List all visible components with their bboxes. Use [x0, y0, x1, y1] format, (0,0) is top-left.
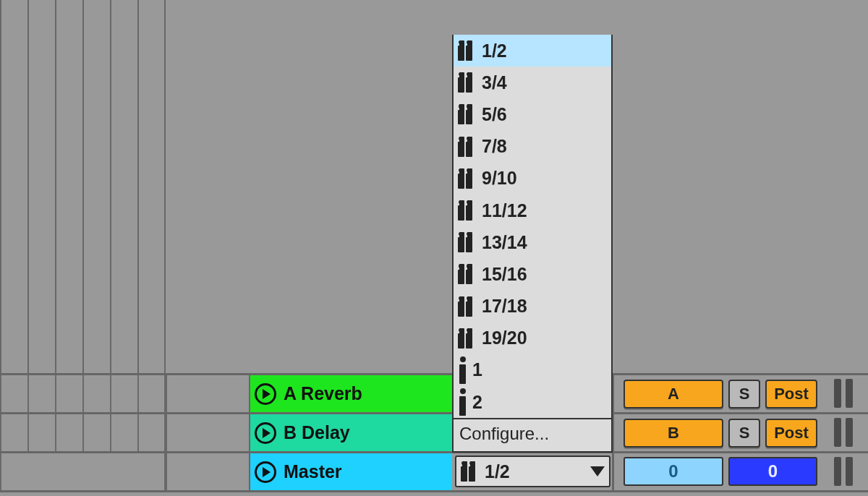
app-root: { "grid": { "position_display": "1/1", "…: [0, 0, 868, 496]
stereo-icon: [459, 137, 475, 157]
output-option-7-8[interactable]: 7/8: [454, 131, 611, 163]
position-cell: [166, 453, 250, 490]
play-icon: [255, 383, 276, 405]
master-track[interactable]: Master: [250, 453, 452, 490]
track-label: A Reverb: [284, 383, 362, 404]
track-label: Master: [284, 461, 342, 482]
option-label: 13/14: [482, 232, 527, 253]
output-dropdown-menu: 1/2 3/4 5/6 7/8 9/10 11/12 13/14 15/16: [452, 35, 613, 453]
output-option-mono-2[interactable]: 2: [454, 386, 611, 418]
option-label: 1: [472, 359, 482, 380]
stereo-icon: [462, 461, 478, 482]
output-option-13-14[interactable]: 13/14: [454, 226, 611, 258]
option-label: 11/12: [482, 200, 527, 221]
level-meter-b: [823, 416, 863, 448]
solo-label: S: [739, 424, 750, 442]
track-label: B Delay: [284, 422, 350, 443]
output-option-19-20[interactable]: 19/20: [454, 322, 611, 354]
stereo-icon: [459, 232, 475, 252]
option-label: 1/2: [482, 40, 507, 61]
output-option-15-16[interactable]: 15/16: [454, 258, 611, 290]
level-meter-a: [823, 377, 863, 409]
configure-label: Configure...: [459, 424, 549, 444]
post-button-b[interactable]: Post: [765, 419, 817, 448]
solo-button-a[interactable]: S: [728, 380, 760, 409]
output-option-11-12[interactable]: 11/12: [454, 194, 611, 226]
option-label: 7/8: [482, 136, 507, 157]
post-label: Post: [774, 385, 809, 403]
grid-cells-row-master: [0, 453, 166, 490]
send-a-button[interactable]: A: [624, 380, 723, 409]
solo-label: S: [739, 385, 750, 403]
output-option-17-18[interactable]: 17/18: [454, 291, 611, 322]
option-label: 17/18: [482, 296, 527, 317]
output-configure-option[interactable]: Configure...: [454, 418, 611, 448]
option-label: 9/10: [482, 168, 517, 189]
play-icon: [255, 461, 276, 483]
play-icon: [255, 422, 276, 444]
stereo-icon: [459, 168, 475, 189]
stereo-icon: [459, 264, 475, 284]
option-label: 19/20: [482, 328, 527, 349]
stereo-icon: [459, 72, 475, 93]
send-button-label: A: [668, 385, 679, 403]
output-option-mono-1[interactable]: 1: [454, 354, 611, 386]
post-button-a[interactable]: Post: [765, 380, 817, 409]
empty-cell: [166, 375, 250, 412]
output-option-9-10[interactable]: 9/10: [454, 163, 611, 194]
output-option-5-6[interactable]: 5/6: [454, 98, 611, 130]
level-meter-master: [823, 456, 863, 487]
return-track-b[interactable]: B Delay: [250, 414, 452, 451]
option-label: 5/6: [482, 104, 507, 125]
mono-icon: [459, 356, 466, 384]
option-label: 3/4: [482, 72, 507, 93]
arrangement-grid-lines: [0, 0, 166, 374]
master-volume-value[interactable]: 0: [728, 457, 817, 486]
stereo-icon: [459, 40, 475, 61]
output-option-1-2[interactable]: 1/2: [454, 35, 611, 67]
post-label: Post: [774, 424, 809, 442]
send-b-button[interactable]: B: [624, 419, 723, 448]
return-track-a[interactable]: A Reverb: [250, 375, 452, 412]
stereo-icon: [459, 200, 475, 221]
master-output-dropdown[interactable]: 1/2: [455, 456, 610, 487]
mono-icon: [459, 388, 466, 416]
send-button-label: B: [668, 424, 679, 442]
solo-button-b[interactable]: S: [728, 419, 760, 448]
stereo-icon: [459, 104, 475, 124]
cue-value-text: 0: [668, 461, 678, 482]
row-separator: [0, 490, 868, 492]
stereo-icon: [459, 328, 475, 349]
option-label: 2: [472, 392, 482, 413]
output-option-3-4[interactable]: 3/4: [454, 67, 611, 98]
grid-cells-row-a: [0, 375, 166, 412]
option-label: 15/16: [482, 264, 527, 285]
chevron-down-icon: [590, 466, 605, 476]
empty-cell: [166, 414, 250, 451]
grid-cells-row-b: [0, 414, 166, 451]
stereo-icon: [459, 296, 475, 317]
cue-volume-value[interactable]: 0: [624, 457, 723, 486]
dropdown-selected-value: 1/2: [485, 461, 510, 482]
master-value-text: 0: [768, 461, 778, 482]
